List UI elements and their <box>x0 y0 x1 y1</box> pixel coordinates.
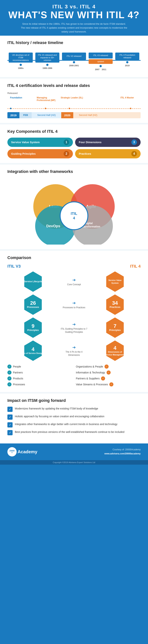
timeline-year-3: 2000-2001 <box>69 64 79 67</box>
v3-icon-2: ✓ <box>7 370 11 374</box>
v4-list-item-2: Information & Technology ✓ <box>76 370 141 376</box>
impact-text-2: Holistic approach by focusing on value c… <box>15 414 104 418</box>
comparison-title: Comparison <box>7 255 141 260</box>
itil4-text-4: 4 <box>73 216 75 220</box>
header: ITIL 3 vs. ITIL 4 What's New with ITIL 4… <box>0 0 148 36</box>
impact-item-2: ✓ Holistic approach by focusing on value… <box>7 414 141 420</box>
component-four-dim-num: 3 <box>131 140 137 145</box>
component-guiding-label: Guiding Principles <box>11 152 36 155</box>
timeline-items: UK develops set of ITSM recommendations … <box>7 52 141 70</box>
v4-icon-3: ✓ <box>101 376 105 380</box>
comp-concept-4: ➔ The 4 Ps to the 4 Dimensions <box>60 345 88 356</box>
key-components-title: Key Components of ITIL 4 <box>7 129 141 134</box>
cert-timeline-bar: 2019 FEB Second Half (H2) 2020 Second Ha… <box>7 112 141 118</box>
comparison-header: ITIL V3 ITIL 4 <box>7 264 141 269</box>
v4-icon-2: ✓ <box>107 370 111 374</box>
cert-mp-label: ManagingProfessional (MP) <box>37 96 55 102</box>
certification-title: ITIL 4 certification levels and release … <box>7 83 141 88</box>
component-svs-label: Service Value System <box>11 140 40 144</box>
timeline-item-3: ITIL V2 released 2000-2001 <box>61 52 87 70</box>
comp-right-4: 4 Dimensions of Service Management <box>89 340 141 361</box>
component-guiding[interactable]: Guiding Principles 2 <box>7 149 73 158</box>
timeline-box-1: UK develops set of ITSM recommendations <box>9 52 33 63</box>
component-four-dim[interactable]: Four Dimensions 3 <box>75 138 141 147</box>
footer-logo-area: 20000 ⇓ Academy <box>7 447 37 456</box>
hex-9-principles: 9 Principles <box>23 318 43 338</box>
footer-logo-bottom: Academy <box>18 449 37 454</box>
header-description: Since its initial release in the 1980s, … <box>20 22 128 34</box>
comp-left-4: 4 Ps of Service Design <box>7 340 59 361</box>
itil4-text: ITIL <box>71 212 77 216</box>
impact-section: Impact on ITSM going forward ✓ Modernize… <box>0 394 148 444</box>
impact-item-4: ✓ Best practices from previous versions … <box>7 430 141 435</box>
comp-row-2: 26 Processes ➔ Processes to Practices 34… <box>7 294 141 315</box>
hex-26-processes: 26 Processes <box>23 294 43 315</box>
timeline-year-1: 1980s <box>18 67 24 69</box>
v3-icon-3: ✓ <box>7 376 11 380</box>
itil4-center-circle <box>60 202 88 230</box>
impact-text-3: Integrates other frameworks to align bet… <box>15 422 117 426</box>
v3-item-3-text: Products <box>13 377 23 380</box>
header-subtitle: ITIL 3 vs. ITIL 4 <box>7 4 141 10</box>
impact-check-3: ✓ <box>7 422 12 428</box>
component-practices[interactable]: Practices 4 <box>75 149 141 158</box>
timeline-item-1: UK develops set of ITSM recommendations … <box>7 52 34 70</box>
v4-label: ITIL 4 <box>130 264 141 269</box>
venn-diagram: Lean Agile DevOps Digital Transformation… <box>7 178 141 244</box>
v3-icon-4: ✓ <box>7 382 11 386</box>
header-title: What's New with ITIL 4? <box>7 10 141 20</box>
cert-h2-2020: Second Half (H2) <box>73 112 141 118</box>
impact-item-3: ✓ Integrates other frameworks to align b… <box>7 422 141 428</box>
footer-info: Courtesy of: 20000Academy www.advisera.c… <box>104 448 141 456</box>
venn-svg: Lean Agile DevOps Digital Transformation… <box>13 178 135 244</box>
cert-foundation-label: Foundation <box>10 96 22 99</box>
v3-list-item-3: ✓ Products <box>7 376 72 382</box>
v3-item-1-text: People <box>13 365 21 368</box>
hex-7-principles: 7 Principles <box>105 318 125 338</box>
v3-list-item-1: ✓ People <box>7 364 72 370</box>
integration-section: Integration with other frameworks Lean A… <box>0 164 148 249</box>
v3-item-4-text: Processes <box>13 383 25 386</box>
component-four-dim-label: Four Dimensions <box>79 140 102 144</box>
hex-34-practices: 34 Practices <box>105 294 125 315</box>
list-comparison: ✓ People ✓ Partners ✓ Products ✓ Process… <box>7 364 141 387</box>
cert-released-label: Released <box>7 92 141 94</box>
footer-website[interactable]: www.advisera.com/20000academy <box>104 452 141 456</box>
v3-icon-1: ✓ <box>7 364 11 368</box>
timeline-dot-1 <box>20 64 22 66</box>
comp-concept-2: ➔ Processes to Practices <box>60 300 88 309</box>
timeline-dot-5 <box>126 61 128 63</box>
timeline-year-2: 1989-1996 <box>43 67 52 69</box>
timeline-box-4a: ITIL V3 released <box>89 52 113 58</box>
key-components-section: Key Components of ITIL 4 Service Value S… <box>0 124 148 163</box>
hex-4ps: 4 Ps of Service Design <box>23 340 43 361</box>
hex-4-dimensions: 4 Dimensions of Service Management <box>105 340 125 361</box>
cert-master-label: ITIL 4 Master <box>120 96 134 99</box>
component-svs[interactable]: Service Value System 1 <box>7 138 73 147</box>
timeline-dot-4 <box>99 65 102 67</box>
timeline-dot-3 <box>73 61 75 63</box>
comp-right-2: 34 Practices <box>89 294 141 315</box>
cert-h2-2019: Second Half (H2) <box>32 112 61 118</box>
component-guiding-num: 2 <box>64 151 69 156</box>
v4-list-item-4: Value Streams & Processes ✓ <box>76 382 141 387</box>
impact-item-1: ✓ Modernizes framework by updating the e… <box>7 407 141 412</box>
timeline-item-5: ITIL 4 Foundation released 2019 <box>114 52 141 70</box>
impact-title: Impact on ITSM going forward <box>7 398 141 403</box>
footer-courtesy: Courtesy of: 20000Academy <box>104 448 141 452</box>
impact-check-1: ✓ <box>7 407 12 412</box>
v4-item-2-text: Information & Technology <box>76 371 105 374</box>
v4-list-item-3: Partners & Suppliers ✓ <box>76 376 141 382</box>
hex-service-lifecycle: Service Lifecycle <box>23 272 43 292</box>
v3-list: ✓ People ✓ Partners ✓ Products ✓ Process… <box>7 364 72 387</box>
comp-row-3: 9 Principles ➔ ITIL Guiding Principles t… <box>7 318 141 338</box>
impact-text-1: Modernizes framework by updating the exi… <box>15 407 98 410</box>
v4-icon-1: ✓ <box>105 364 109 368</box>
components-grid: Service Value System 1 Four Dimensions 3… <box>7 138 141 158</box>
v3-label: ITIL V3 <box>7 264 21 269</box>
footer-copyright: Copyright ©2019 Advisera Expert Solution… <box>0 460 148 464</box>
timeline-wrap: UK develops set of ITSM recommendations … <box>7 49 141 72</box>
component-practices-label: Practices <box>79 152 91 155</box>
v3-list-item-2: ✓ Partners <box>7 370 72 376</box>
cert-sl-label: Strategic Leader (SL) <box>61 96 83 99</box>
